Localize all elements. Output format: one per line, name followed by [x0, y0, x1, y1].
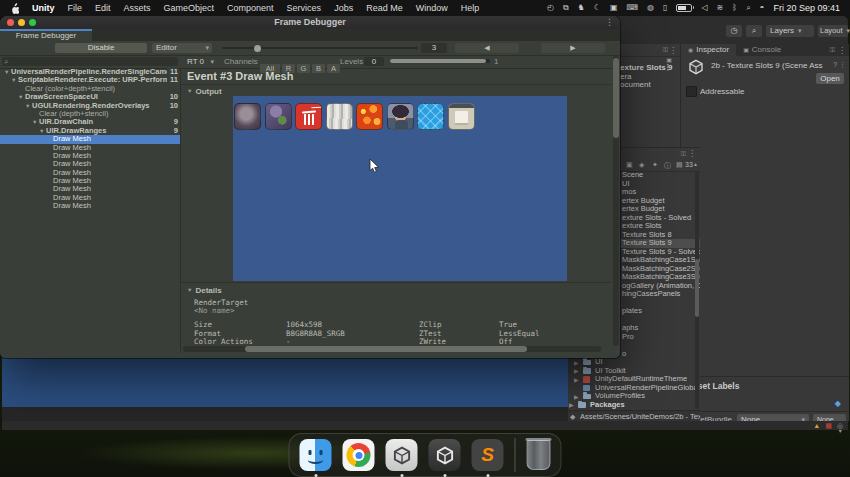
hierarchy-item[interactable]: ocument: [618, 81, 680, 90]
scene-visibility-icon[interactable]: ▣: [666, 56, 672, 63]
package-count-icon[interactable]: ▤: [676, 161, 683, 169]
tab-inspector[interactable]: ◉Inspector: [681, 44, 736, 56]
menu-dots-icon[interactable]: ⋮: [838, 46, 846, 55]
menu-dots-icon[interactable]: ⋮: [688, 149, 696, 158]
menu-file[interactable]: File: [68, 3, 83, 13]
filter-label-icon[interactable]: ✦: [652, 161, 658, 169]
sync-icon[interactable]: ◴: [547, 0, 554, 16]
menu-dots-icon[interactable]: ⋮: [605, 16, 614, 29]
menu-help[interactable]: Help: [461, 3, 480, 13]
event-tree-row[interactable]: ▼UniversalRenderPipeline.RenderSingleCam…: [0, 68, 180, 76]
project-item[interactable]: ▶VolumeProfiles: [568, 392, 700, 401]
target-dropdown[interactable]: Editor: [152, 43, 212, 53]
prev-event-button[interactable]: ◀: [455, 43, 519, 53]
unity-dock-icon[interactable]: [429, 439, 461, 471]
event-tree-row[interactable]: Clear (depth+stencil): [0, 110, 180, 118]
screen-mirroring-icon[interactable]: ⧉: [563, 0, 569, 16]
foldout-arrow-icon[interactable]: ▼: [11, 76, 18, 84]
foldout-arrow-icon[interactable]: ▼: [32, 118, 39, 126]
menu-assets[interactable]: Assets: [124, 3, 151, 13]
bluetooth-icon[interactable]: ᛒ: [732, 0, 737, 16]
project-scrollbar[interactable]: [695, 171, 699, 409]
lock-icon[interactable]: ⚿: [830, 46, 835, 54]
menu-read-me[interactable]: Read Me: [366, 3, 403, 13]
menu-dots-icon[interactable]: ⋮: [664, 64, 672, 73]
globe-icon[interactable]: ◍: [647, 0, 654, 16]
horizontal-scrollbar-handle[interactable]: [245, 346, 527, 352]
event-tree-row[interactable]: Clear (color+depth+stencil): [0, 85, 180, 93]
wifi-icon[interactable]: ≋: [717, 0, 724, 16]
layout-dropdown[interactable]: Layout: [818, 25, 848, 37]
levels-min-field[interactable]: 0: [364, 57, 384, 66]
event-tree-row[interactable]: Draw Mesh: [0, 194, 180, 202]
event-tree-row[interactable]: ▼DrawScreenSpaceUI10: [0, 93, 180, 101]
event-tree-row[interactable]: ▼UGUI.Rendering.RenderOverlays10: [0, 102, 180, 110]
details-foldout[interactable]: Details: [187, 286, 222, 295]
v-app-icon[interactable]: ▣: [610, 0, 618, 16]
foldout-arrow-icon[interactable]: ▶: [574, 359, 579, 367]
lock-icon[interactable]: ⚿: [663, 46, 668, 54]
event-tree-row[interactable]: Draw Mesh: [0, 177, 180, 185]
trash-dock-icon[interactable]: [527, 440, 551, 470]
tab-frame-debugger[interactable]: Frame Debugger: [0, 29, 92, 41]
open-button[interactable]: Open: [816, 73, 844, 84]
output-foldout[interactable]: Output: [187, 87, 222, 96]
docker-icon[interactable]: ♞: [578, 0, 585, 16]
menu-dots-icon[interactable]: ⋮: [669, 46, 677, 55]
search-input[interactable]: [2, 57, 178, 66]
chrome-dock-icon[interactable]: [343, 439, 375, 471]
addressable-checkbox[interactable]: [686, 86, 697, 97]
scroll-up-icon[interactable]: ▲: [693, 161, 698, 167]
help-icon[interactable]: ?: [833, 61, 837, 68]
tag-icon[interactable]: ◆: [835, 399, 841, 408]
event-tree-row[interactable]: Draw Mesh: [0, 144, 180, 152]
project-item[interactable]: UniversalRenderPipelineGlobalSet: [568, 384, 700, 393]
menu-unity[interactable]: Unity: [32, 3, 55, 13]
tab-console[interactable]: ▣Console: [736, 44, 788, 56]
foldout-arrow-icon[interactable]: ▶: [574, 393, 579, 401]
project-item[interactable]: ▶UI: [568, 358, 700, 367]
next-event-button[interactable]: ▶: [541, 43, 605, 53]
disable-button[interactable]: Disable: [55, 43, 147, 53]
device-icon[interactable]: ▯: [663, 0, 667, 16]
foldout-arrow-icon[interactable]: ▼: [39, 127, 46, 135]
menu-dots-icon[interactable]: ⋮: [839, 61, 846, 68]
lock-icon[interactable]: ⚿: [681, 150, 686, 158]
foldout-arrow-icon[interactable]: ▼: [25, 102, 32, 110]
horizontal-scrollbar[interactable]: [183, 346, 601, 352]
project-item[interactable]: ▶Packages: [568, 401, 700, 410]
filter-info-icon[interactable]: ⓘ: [664, 161, 671, 171]
foldout-arrow-icon[interactable]: ▶: [569, 401, 574, 409]
frame-debugger-titlebar[interactable]: Frame Debugger ⋮: [0, 16, 620, 29]
menu-window[interactable]: Window: [416, 3, 448, 13]
search-icon[interactable]: ⌕: [746, 25, 762, 37]
layers-dropdown[interactable]: Layers: [766, 25, 814, 37]
event-tree-row[interactable]: Draw Mesh: [0, 202, 180, 210]
event-slider[interactable]: [222, 47, 418, 49]
volume-icon[interactable]: ◁: [701, 0, 707, 16]
ok-status-icon[interactable]: ◎: [837, 421, 843, 430]
event-tree-row[interactable]: Draw Mesh: [0, 169, 180, 177]
event-tree-row[interactable]: Draw Mesh: [0, 185, 180, 193]
event-tree-row[interactable]: ▼ScriptableRenderer.Execute: URP-Perform…: [0, 76, 180, 84]
battery-icon[interactable]: [676, 4, 692, 12]
menu-component[interactable]: Component: [227, 3, 274, 13]
moon-icon[interactable]: ☾: [594, 0, 601, 16]
event-tree-row[interactable]: ▼UIR.DrawChain9: [0, 118, 180, 126]
menu-jobs[interactable]: Jobs: [334, 3, 353, 13]
menubar-clock[interactable]: Fri 20 Sep 09:41: [773, 3, 840, 13]
foldout-arrow-icon[interactable]: ▼: [4, 68, 11, 76]
hierarchy-item[interactable]: exture Slots 9⋮: [618, 64, 680, 73]
sublime-dock-icon[interactable]: S: [472, 439, 504, 471]
progress-status-icon[interactable]: ▲: [813, 421, 820, 430]
unity-hub-dock-icon[interactable]: [386, 439, 418, 471]
foldout-arrow-icon[interactable]: ▶: [574, 376, 579, 384]
event-slider-knob[interactable]: [254, 45, 261, 52]
project-item[interactable]: ▶UnityDefaultRuntimeTheme: [568, 375, 700, 384]
event-tree-row[interactable]: Draw Mesh: [0, 152, 180, 160]
project-item[interactable]: ▶UI Toolkit: [568, 367, 700, 376]
rt-dropdown[interactable]: RT 0: [183, 57, 217, 66]
event-tree-row[interactable]: Draw Mesh: [0, 160, 180, 168]
history-icon[interactable]: ◷: [726, 25, 742, 37]
finder-dock-icon[interactable]: [300, 439, 332, 471]
